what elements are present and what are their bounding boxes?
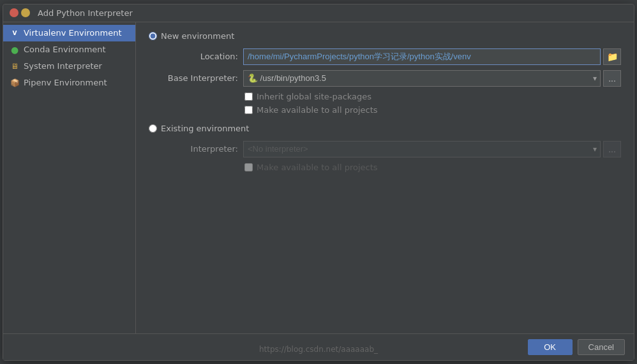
- dialog-body: V Virtualenv Environment ● Conda Environ…: [3, 22, 634, 333]
- interpreter-label: Interpreter:: [161, 144, 238, 154]
- location-row: Location: 📁: [161, 48, 621, 65]
- minimize-button[interactable]: [21, 8, 30, 17]
- sidebar-label-conda: Conda Environment: [24, 45, 106, 54]
- existing-environment-section-header: Existing environment: [149, 124, 621, 133]
- sidebar-label-pipenv: Pipenv Environment: [24, 78, 107, 87]
- location-input[interactable]: [243, 48, 601, 65]
- location-input-wrap: 📁: [243, 48, 621, 65]
- base-interpreter-input-wrap: 🐍 /usr/bin/python3.5 ...: [243, 70, 621, 87]
- base-interpreter-dropdown[interactable]: 🐍 /usr/bin/python3.5: [243, 70, 601, 87]
- ok-button[interactable]: OK: [528, 339, 573, 355]
- location-browse-button[interactable]: 📁: [603, 48, 621, 65]
- sidebar-item-virtualenv[interactable]: V Virtualenv Environment: [3, 25, 135, 41]
- location-label: Location:: [161, 52, 238, 61]
- interpreter-input-wrap: <No interpreter> ...: [243, 141, 621, 157]
- inherit-checkbox-row: Inherit global site-packages: [244, 92, 621, 101]
- new-environment-form: Location: 📁 Base Interpreter: �: [161, 48, 621, 115]
- ellipsis-icon: ...: [608, 73, 616, 84]
- make-available-existing-label[interactable]: Make available to all projects: [257, 163, 378, 172]
- sidebar-item-system[interactable]: 🖥 System Interpreter: [3, 58, 135, 75]
- interpreter-browse-button[interactable]: ...: [603, 141, 621, 157]
- folder-icon: 📁: [607, 52, 618, 62]
- inherit-label[interactable]: Inherit global site-packages: [257, 92, 371, 101]
- existing-environment-section: Existing environment Interpreter: <No in…: [149, 124, 621, 172]
- sidebar-label-virtualenv: Virtualenv Environment: [24, 28, 122, 38]
- dialog-footer: https://blog.csdn.net/aaaaaab_ OK Cancel: [3, 333, 634, 360]
- dialog-window: Add Python Interpreter V Virtualenv Envi…: [3, 4, 634, 361]
- inherit-checkbox[interactable]: [244, 92, 253, 101]
- system-icon: 🖥: [10, 61, 20, 71]
- pipenv-icon: 📦: [10, 78, 20, 88]
- existing-environment-radio-label[interactable]: Existing environment: [161, 124, 249, 133]
- base-interpreter-label: Base Interpreter:: [161, 73, 238, 83]
- footer-buttons: OK Cancel: [528, 339, 625, 355]
- base-interpreter-dropdown-container: 🐍 /usr/bin/python3.5: [243, 70, 601, 87]
- main-content: New environment Location: 📁 Base Interpr…: [136, 22, 634, 333]
- new-environment-radio-label[interactable]: New environment: [161, 31, 234, 41]
- make-available-new-label[interactable]: Make available to all projects: [257, 105, 378, 115]
- dialog-title: Add Python Interpreter: [38, 8, 133, 18]
- conda-icon: ●: [10, 45, 20, 55]
- interpreter-row: Interpreter: <No interpreter> ...: [161, 141, 621, 157]
- sidebar-label-system: System Interpreter: [24, 61, 102, 71]
- sidebar-item-pipenv[interactable]: 📦 Pipenv Environment: [3, 75, 135, 91]
- make-available-existing-checkbox[interactable]: [244, 163, 253, 171]
- titlebar: Add Python Interpreter: [3, 4, 634, 22]
- sidebar: V Virtualenv Environment ● Conda Environ…: [3, 22, 136, 333]
- base-interpreter-row: Base Interpreter: 🐍 /usr/bin/python3.5 .…: [161, 70, 621, 87]
- make-available-new-checkbox-row: Make available to all projects: [244, 105, 621, 115]
- virtualenv-icon: V: [10, 28, 20, 38]
- make-available-existing-checkbox-row: Make available to all projects: [244, 163, 621, 172]
- make-available-new-checkbox[interactable]: [244, 106, 253, 114]
- sidebar-item-conda[interactable]: ● Conda Environment: [3, 41, 135, 58]
- ellipsis-icon-2: ...: [608, 144, 616, 154]
- watermark: https://blog.csdn.net/aaaaaab_: [259, 345, 378, 354]
- close-button[interactable]: [10, 8, 19, 17]
- base-interpreter-browse-button[interactable]: ...: [603, 70, 621, 87]
- titlebar-controls: [10, 8, 30, 17]
- cancel-button[interactable]: Cancel: [578, 339, 625, 355]
- existing-environment-form: Interpreter: <No interpreter> ...: [161, 141, 621, 172]
- new-environment-radio[interactable]: [149, 32, 157, 40]
- interpreter-dropdown-container: <No interpreter>: [243, 141, 601, 157]
- interpreter-dropdown[interactable]: <No interpreter>: [243, 141, 601, 157]
- new-environment-section-header: New environment: [149, 31, 621, 41]
- existing-environment-radio[interactable]: [149, 124, 157, 133]
